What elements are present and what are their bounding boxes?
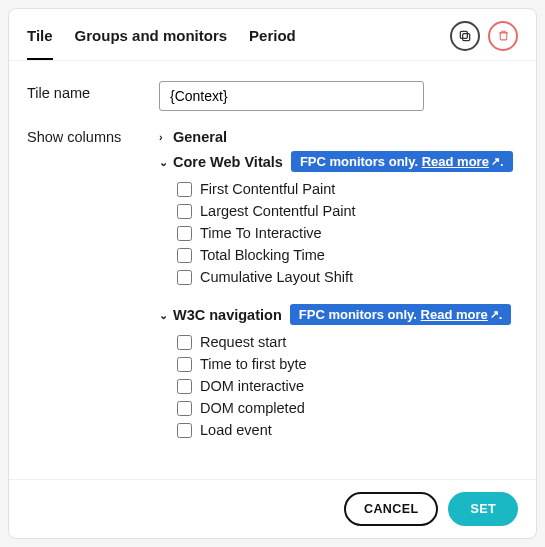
section-w3c-header[interactable]: ⌄ W3C navigation FPC monitors only. Read… (159, 304, 518, 325)
svg-rect-1 (460, 31, 467, 38)
delete-button[interactable] (488, 21, 518, 51)
header: Tile Groups and monitors Period (9, 9, 536, 61)
cwv-read-more-link[interactable]: Read more (422, 154, 489, 169)
list-item[interactable]: Cumulative Layout Shift (177, 266, 518, 288)
label-dom-interactive: DOM interactive (200, 378, 304, 394)
label-fcp: First Contentful Paint (200, 181, 335, 197)
checkbox-dom-interactive[interactable] (177, 379, 192, 394)
checkbox-lcp[interactable] (177, 204, 192, 219)
label-cls: Cumulative Layout Shift (200, 269, 353, 285)
tab-bar: Tile Groups and monitors Period (27, 19, 450, 60)
tile-settings-card: Tile Groups and monitors Period (8, 8, 537, 539)
label-lcp: Largest Contentful Paint (200, 203, 356, 219)
chevron-right-icon: › (159, 131, 169, 143)
chevron-down-icon: ⌄ (159, 309, 169, 322)
section-cwv-title: Core Web Vitals (173, 154, 283, 170)
label-request-start: Request start (200, 334, 286, 350)
list-item[interactable]: First Contentful Paint (177, 178, 518, 200)
list-item[interactable]: DOM interactive (177, 375, 518, 397)
list-item[interactable]: Load event (177, 419, 518, 441)
trash-icon (497, 29, 510, 42)
section-general-header[interactable]: › General (159, 129, 518, 145)
cancel-button[interactable]: CANCEL (344, 492, 438, 526)
tile-name-input[interactable] (159, 81, 424, 111)
set-button[interactable]: SET (448, 492, 518, 526)
cwv-fpc-badge: FPC monitors only. Read more↗. (291, 151, 513, 172)
label-tbt: Total Blocking Time (200, 247, 325, 263)
list-item[interactable]: Request start (177, 331, 518, 353)
list-item[interactable]: Largest Contentful Paint (177, 200, 518, 222)
w3c-fpc-badge: FPC monitors only. Read more↗. (290, 304, 512, 325)
cwv-list: First Contentful Paint Largest Contentfu… (159, 178, 518, 288)
checkbox-tbt[interactable] (177, 248, 192, 263)
badge-text: FPC monitors only. (299, 307, 417, 322)
checkbox-request-start[interactable] (177, 335, 192, 350)
list-item[interactable]: DOM completed (177, 397, 518, 419)
list-item[interactable]: Time to first byte (177, 353, 518, 375)
checkbox-ttfb[interactable] (177, 357, 192, 372)
duplicate-button[interactable] (450, 21, 480, 51)
badge-text: FPC monitors only. (300, 154, 418, 169)
w3c-list: Request start Time to first byte DOM int… (159, 331, 518, 441)
tile-name-label: Tile name (27, 81, 159, 101)
tile-name-row: Tile name (27, 81, 518, 111)
copy-icon (458, 29, 472, 43)
content: Tile name Show columns › General ⌄ Core … (9, 61, 536, 479)
show-columns-label: Show columns (27, 125, 159, 145)
header-actions (450, 21, 518, 59)
checkbox-dom-completed[interactable] (177, 401, 192, 416)
label-ttfb: Time to first byte (200, 356, 307, 372)
badge-dot: . (500, 154, 504, 169)
checkbox-fcp[interactable] (177, 182, 192, 197)
badge-dot: . (499, 307, 503, 322)
tab-tile[interactable]: Tile (27, 19, 53, 60)
checkbox-cls[interactable] (177, 270, 192, 285)
label-tti: Time To Interactive (200, 225, 322, 241)
svg-rect-2 (500, 33, 507, 40)
columns-container: › General ⌄ Core Web Vitals FPC monitors… (159, 125, 518, 457)
section-general-title: General (173, 129, 227, 145)
label-load-event: Load event (200, 422, 272, 438)
chevron-down-icon: ⌄ (159, 156, 169, 169)
list-item[interactable]: Time To Interactive (177, 222, 518, 244)
checkbox-tti[interactable] (177, 226, 192, 241)
w3c-read-more-link[interactable]: Read more (421, 307, 488, 322)
section-cwv-header[interactable]: ⌄ Core Web Vitals FPC monitors only. Rea… (159, 151, 518, 172)
external-link-icon: ↗ (491, 155, 500, 168)
list-item[interactable]: Total Blocking Time (177, 244, 518, 266)
checkbox-load-event[interactable] (177, 423, 192, 438)
section-w3c-title: W3C navigation (173, 307, 282, 323)
show-columns-row: Show columns › General ⌄ Core Web Vitals… (27, 125, 518, 457)
tab-groups-monitors[interactable]: Groups and monitors (75, 19, 228, 60)
svg-rect-0 (463, 33, 470, 40)
label-dom-completed: DOM completed (200, 400, 305, 416)
footer: CANCEL SET (9, 479, 536, 538)
external-link-icon: ↗ (490, 308, 499, 321)
tab-period[interactable]: Period (249, 19, 296, 60)
